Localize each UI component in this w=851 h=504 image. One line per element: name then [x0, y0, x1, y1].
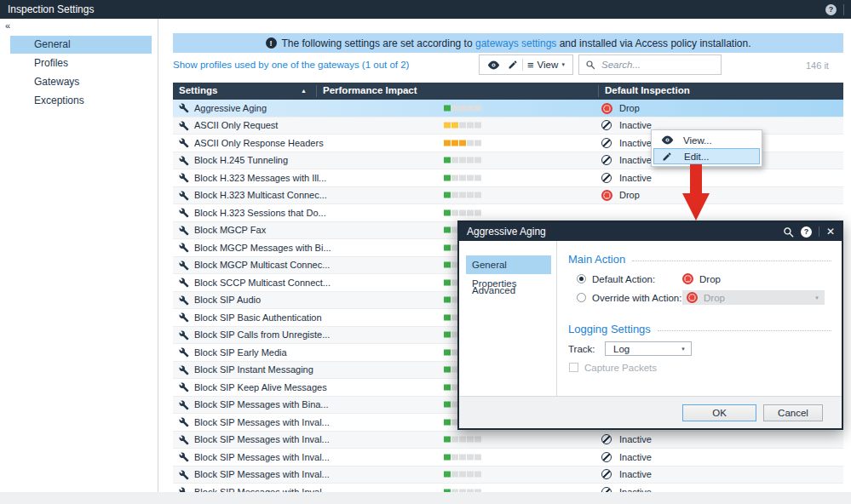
performance-impact-bar: [444, 437, 481, 443]
default-action-row: Default Action: Drop: [577, 272, 721, 286]
help-icon[interactable]: ?: [801, 226, 812, 238]
info-icon: !: [266, 37, 277, 49]
column-divider[interactable]: [598, 85, 599, 97]
wrench-icon: [179, 312, 189, 323]
context-menu-item-edit[interactable]: Edit...: [653, 148, 760, 164]
info-banner: ! The following settings are set accordi…: [173, 33, 843, 53]
table-row[interactable]: Block H.323 Messages with Ill... Inactiv…: [173, 169, 843, 187]
table-row[interactable]: Block SIP Messages with Inval... Inactiv…: [173, 449, 843, 467]
capture-packets-checkbox: [569, 363, 578, 372]
wrench-icon: [179, 417, 189, 427]
context-menu-item-view[interactable]: View...: [653, 132, 760, 148]
table-row[interactable]: Aggressive Aging Drop: [173, 100, 843, 117]
annotation-arrow: [676, 164, 716, 221]
table-row[interactable]: Block SIP Messages with Inval... Inactiv…: [173, 484, 843, 492]
setting-name: Block SIP Messages with Inval...: [194, 469, 330, 479]
collapse-sidebar-icon[interactable]: «: [5, 20, 10, 31]
performance-impact-bar: [444, 192, 481, 198]
wrench-icon: [179, 191, 189, 201]
default-action-label: Default Action:: [592, 274, 682, 284]
wrench-icon: [179, 278, 189, 288]
override-action-value: Drop: [704, 293, 725, 303]
gateways-settings-link[interactable]: gateways settings: [475, 37, 556, 49]
search-icon[interactable]: [783, 226, 794, 238]
chevron-down-icon: ▼: [681, 346, 686, 352]
cancel-button[interactable]: Cancel: [763, 404, 823, 421]
view-menu-button[interactable]: ≡ View ▼: [527, 60, 566, 71]
dialog-footer: OK Cancel: [459, 396, 842, 428]
setting-name: Block SIP Instant Messaging: [194, 364, 313, 375]
performance-impact-bar: [444, 140, 481, 146]
heading-dotted-line: [632, 261, 831, 261]
inactive-icon: [601, 452, 612, 462]
inspection-label: Inactive: [619, 138, 652, 148]
table-row[interactable]: Block SIP Messages with Inval... Inactiv…: [173, 432, 843, 450]
wrench-icon: [179, 295, 189, 306]
performance-impact-bar: [444, 175, 481, 180]
track-row: Track: Log ▼: [568, 341, 692, 356]
setting-name: Block SIP Early Media: [194, 347, 287, 358]
setting-name: Block SIP Basic Authentication: [194, 312, 322, 323]
view-menu-label: View: [538, 60, 559, 70]
performance-impact-bar: [444, 209, 481, 215]
inspection-label: Inactive: [619, 173, 652, 183]
setting-name: Block SIP Messages with Inval...: [194, 452, 330, 462]
wrench-icon: [179, 365, 189, 375]
dialog-nav-general-properties[interactable]: General Properties: [466, 255, 551, 274]
dialog-title: Aggressive Aging: [467, 226, 546, 238]
setting-name: Block H.323 Multicast Connec...: [194, 190, 327, 200]
inspection-label: Drop: [619, 190, 640, 200]
setting-name: Block SCCP Multicast Connect...: [194, 278, 331, 288]
performance-impact-bar: [444, 472, 481, 478]
column-header-default-inspection[interactable]: Default Inspection: [605, 85, 690, 95]
override-action-radio[interactable]: [577, 293, 586, 302]
column-divider[interactable]: [316, 85, 317, 97]
setting-name: Block SIP Messages with Inval...: [194, 417, 330, 427]
column-header-settings[interactable]: Settings: [179, 85, 217, 95]
setting-name: Block MGCP Fax: [194, 225, 266, 235]
table-row[interactable]: Block SIP Messages with Inval... Inactiv…: [173, 467, 843, 484]
dialog-titlebar: Aggressive Aging ? ✕: [459, 222, 842, 241]
sidebar-item-profiles[interactable]: Profiles: [10, 54, 152, 72]
setting-name: Block SIP Messages with Bina...: [194, 399, 329, 410]
view-button-eye-icon[interactable]: [486, 60, 500, 70]
override-action-label: Override with Action:: [592, 293, 682, 303]
sidebar-item-general[interactable]: General: [10, 36, 152, 54]
override-action-dropdown: Drop ▼: [682, 290, 825, 305]
inspection-label: Inactive: [619, 487, 652, 492]
table-row[interactable]: Block H.323 Multicast Connec... Drop: [173, 187, 843, 205]
inactive-icon: [601, 173, 612, 183]
ok-button[interactable]: OK: [682, 404, 756, 421]
inactive-icon: [601, 155, 612, 165]
show-profiles-link[interactable]: Show profiles used by one of the gateway…: [173, 60, 409, 70]
help-icon[interactable]: ?: [825, 4, 837, 15]
dialog-nav-advanced[interactable]: Advanced: [466, 281, 551, 300]
setting-name: Block H.323 Sessions that Do...: [194, 208, 326, 218]
default-action-radio[interactable]: [577, 274, 586, 284]
track-dropdown[interactable]: Log ▼: [605, 341, 692, 356]
table-row[interactable]: Block H.323 Sessions that Do...: [173, 204, 843, 222]
inspection-label: Inactive: [619, 155, 652, 165]
setting-name: Block MGCP Messages with Bi...: [194, 243, 331, 253]
menu-item-label: Edit...: [684, 152, 709, 162]
setting-name: Aggressive Aging: [194, 103, 267, 113]
performance-impact-bar: [444, 158, 481, 163]
sidebar-item-gateways[interactable]: Gateways: [10, 73, 152, 91]
context-menu: View... Edit...: [651, 129, 762, 167]
column-header-performance-impact[interactable]: Performance Impact: [323, 85, 417, 95]
performance-impact-bar: [444, 489, 481, 492]
items-count: 146 it: [806, 60, 829, 71]
search-input[interactable]: [600, 59, 721, 71]
setting-name: Block H.245 Tunneling: [194, 155, 288, 165]
sidebar-item-exceptions[interactable]: Exceptions: [10, 92, 152, 110]
aggressive-aging-dialog: Aggressive Aging ? ✕ General Properties …: [457, 220, 843, 430]
close-icon[interactable]: ✕: [826, 226, 835, 237]
wrench-icon: [179, 121, 189, 131]
wrench-icon: [179, 435, 189, 445]
wrench-icon: [179, 243, 189, 253]
wrench-icon: [179, 452, 189, 462]
performance-impact-bar: [444, 123, 481, 129]
edit-button-pencil-icon[interactable]: [507, 60, 518, 70]
setting-name: Block H.323 Messages with Ill...: [194, 173, 326, 183]
sort-ascending-icon[interactable]: ▲: [301, 88, 307, 94]
